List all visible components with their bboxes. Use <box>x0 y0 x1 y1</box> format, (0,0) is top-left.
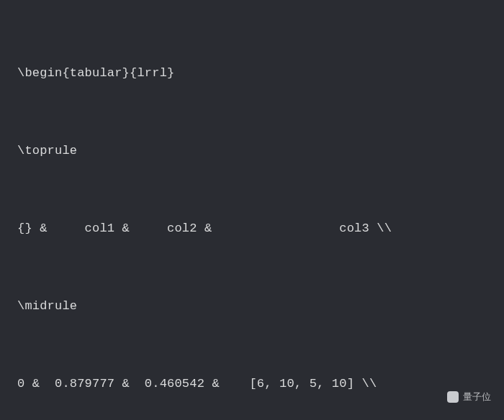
latex-begin-line: \begin{tabular}{lrrl} <box>17 60 492 86</box>
watermark: 量子位 <box>447 384 491 410</box>
latex-midrule-line: \midrule <box>17 293 492 319</box>
latex-header-line: {} & col1 & col2 & col3 \\ <box>17 216 492 242</box>
latex-toprule-line: \toprule <box>17 138 492 164</box>
latex-output-block: \begin{tabular}{lrrl} \toprule {} & col1… <box>0 0 504 420</box>
watermark-label: 量子位 <box>463 384 491 410</box>
latex-data-row: 0 & 0.879777 & 0.460542 & [6, 10, 5, 10]… <box>17 371 492 397</box>
wechat-icon <box>447 391 459 403</box>
